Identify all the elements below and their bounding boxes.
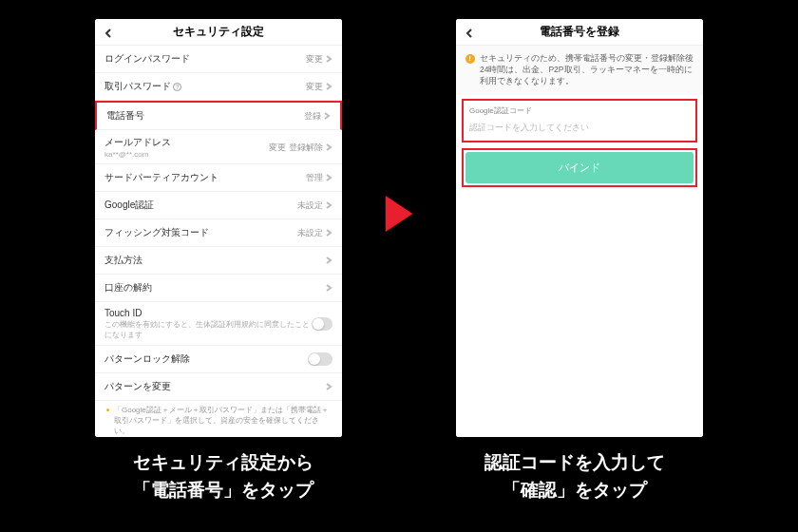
chevron-right-icon bbox=[323, 112, 331, 120]
security-tips: 「Google認証＋メール＋取引パスワード」または「携帯電話＋取引パスワード」を… bbox=[95, 401, 342, 437]
row-label: パターンを変更 bbox=[104, 380, 171, 393]
chevron-right-icon bbox=[325, 201, 332, 209]
row-label: ログインパスワード bbox=[104, 52, 190, 66]
row-label: サードパーティアカウント bbox=[104, 171, 218, 184]
row-email[interactable]: メールアドレスka**@**.com 変更 登録解除 bbox=[95, 130, 342, 164]
back-icon[interactable] bbox=[103, 26, 114, 37]
row-action: 登録 bbox=[304, 110, 321, 123]
register-content: セキュリティのため、携帯電話番号の変更・登録解除後24時間は、出金、P2P取引、… bbox=[456, 46, 703, 437]
row-third-party[interactable]: サードパーティアカウント 管理 bbox=[95, 164, 342, 192]
arrow-right-icon bbox=[381, 190, 417, 241]
row-trade-password[interactable]: 取引パスワード? 変更 bbox=[95, 73, 342, 101]
chevron-right-icon bbox=[325, 229, 332, 237]
row-action: 未設定 bbox=[297, 227, 323, 239]
back-icon[interactable] bbox=[464, 26, 475, 37]
row-action: 変更 bbox=[306, 81, 323, 93]
settings-list: ログインパスワード 変更 取引パスワード? 変更 電話番号 登録 メールアドレス… bbox=[95, 46, 342, 437]
caption-right: 認証コードを入力して 「確認」をタップ bbox=[423, 449, 727, 504]
row-touch-id: Touch IDこの機能を有効にすると、生体認証利用規約に同意したことになります bbox=[95, 302, 342, 346]
row-phishing-code[interactable]: フィッシング対策コード 未設定 bbox=[95, 219, 342, 247]
warning-icon bbox=[466, 54, 475, 64]
toggle-switch[interactable] bbox=[312, 317, 332, 331]
chevron-right-icon bbox=[325, 383, 332, 390]
phone-screen-left: セキュリティ設定 ログインパスワード 変更 取引パスワード? 変更 電話番号 登… bbox=[95, 19, 342, 437]
row-action: 管理 bbox=[306, 172, 323, 184]
button-wrap-highlighted: バインド bbox=[462, 148, 697, 187]
chevron-right-icon bbox=[325, 256, 332, 264]
row-label: フィッシング対策コード bbox=[104, 226, 209, 239]
caption-left: セキュリティ設定から 「電話番号」をタップ bbox=[71, 449, 375, 504]
phone-screen-right: 電話番号を登録 セキュリティのため、携帯電話番号の変更・登録解除後24時間は、出… bbox=[456, 19, 703, 437]
row-label: Google認証 bbox=[104, 199, 154, 212]
row-label: 電話番号 bbox=[106, 109, 144, 123]
row-action: 変更 bbox=[306, 53, 323, 66]
header-title: セキュリティ設定 bbox=[173, 24, 264, 40]
row-label: 支払方法 bbox=[104, 254, 142, 267]
input-group-highlighted: Google認証コード 認証コードを入力してください bbox=[462, 99, 697, 142]
header-title: 電話番号を登録 bbox=[540, 24, 619, 40]
row-label: 取引パスワード bbox=[104, 81, 171, 91]
chevron-right-icon bbox=[325, 174, 332, 181]
chevron-right-icon bbox=[325, 143, 332, 151]
row-label: パターンロック解除 bbox=[104, 352, 190, 366]
row-sub: ka**@**.com bbox=[104, 150, 171, 159]
input-label: Google認証コード bbox=[469, 105, 690, 116]
row-payment-method[interactable]: 支払方法 bbox=[95, 247, 342, 275]
row-action: 変更 登録解除 bbox=[269, 142, 323, 154]
toggle-switch[interactable] bbox=[308, 352, 332, 366]
row-action: 未設定 bbox=[297, 200, 323, 212]
header: 電話番号を登録 bbox=[456, 19, 703, 46]
security-notice: セキュリティのため、携帯電話番号の変更・登録解除後24時間は、出金、P2P取引、… bbox=[456, 46, 703, 95]
chevron-right-icon bbox=[325, 55, 332, 63]
header: セキュリティ設定 bbox=[95, 19, 342, 46]
chevron-right-icon bbox=[325, 284, 332, 292]
tip-item: 「Google認証＋メール＋取引パスワード」または「携帯電話＋取引パスワード」を… bbox=[104, 405, 332, 437]
auth-code-input[interactable]: 認証コードを入力してください bbox=[469, 120, 690, 136]
row-pattern-change[interactable]: パターンを変更 bbox=[95, 373, 342, 401]
row-label: 口座の解約 bbox=[104, 281, 152, 294]
row-login-password[interactable]: ログインパスワード 変更 bbox=[95, 46, 342, 73]
row-google-auth[interactable]: Google認証 未設定 bbox=[95, 192, 342, 219]
row-label: Touch ID bbox=[104, 308, 142, 318]
row-label: メールアドレス bbox=[104, 137, 171, 147]
bind-button[interactable]: バインド bbox=[466, 152, 694, 183]
row-close-account[interactable]: 口座の解約 bbox=[95, 275, 342, 302]
row-phone-number[interactable]: 電話番号 登録 bbox=[95, 101, 342, 130]
chevron-right-icon bbox=[325, 83, 332, 90]
row-sub: この機能を有効にすると、生体認証利用規約に同意したことになります bbox=[104, 319, 312, 340]
notice-text: セキュリティのため、携帯電話番号の変更・登録解除後24時間は、出金、P2P取引、… bbox=[480, 53, 694, 87]
help-icon[interactable]: ? bbox=[173, 83, 181, 91]
row-pattern-unlock: パターンロック解除 bbox=[95, 346, 342, 373]
svg-marker-0 bbox=[386, 196, 413, 232]
